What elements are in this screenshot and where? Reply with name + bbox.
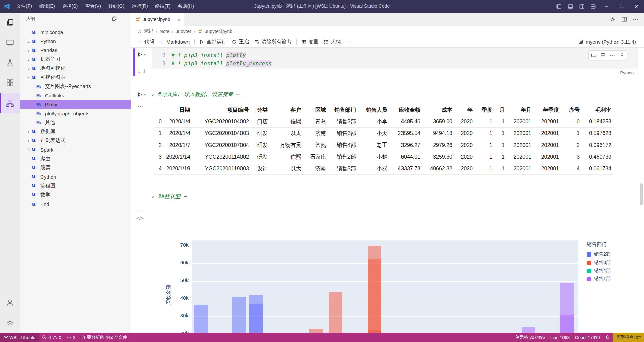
outline-button[interactable]: 大纲 (321, 38, 343, 46)
vscode-logo-icon[interactable] (4, 3, 10, 9)
breadcrumb-item[interactable]: 笔记 (144, 28, 153, 34)
clear-all-outputs-button[interactable]: 清除所有输出 (252, 38, 294, 46)
outline-item[interactable]: M↓plotly.graph_objects (20, 109, 131, 118)
menu-item[interactable]: 编辑(E) (36, 0, 59, 13)
breadcrumb-item[interactable]: Jupyter.ipynb (205, 28, 233, 34)
notebook-editor: 2# ! pip3 install plotly 3# ! pip3 insta… (131, 48, 644, 333)
breadcrumb-item[interactable]: Note (160, 28, 170, 34)
more-actions-icon[interactable]: ⋯ (343, 38, 354, 46)
legend-item[interactable]: 销售1部 (587, 275, 611, 283)
chevron-down-icon[interactable]: › (26, 74, 31, 80)
outline-item[interactable]: M↓End (20, 199, 131, 209)
markdown-symbol-icon: M↓ (36, 102, 45, 107)
more-actions-icon[interactable]: ⋯ (633, 16, 639, 23)
toggle-panel-icon[interactable] (565, 0, 576, 13)
toggle-secondary-sidebar-icon[interactable] (576, 0, 587, 13)
ports-indicator[interactable]: 3 (64, 333, 78, 342)
scrollbar-thumb[interactable] (640, 183, 643, 205)
jupyter-notebook-view-icon[interactable] (0, 93, 20, 113)
tab-jupyter-ipynb[interactable]: Jupyter.ipynb × (131, 13, 184, 26)
outline-item[interactable]: M↓交互图表--Pyecharts (20, 82, 131, 91)
tab-close-icon[interactable]: × (177, 17, 180, 22)
chart-bar (249, 304, 263, 333)
chevron-right-icon[interactable]: › (25, 66, 32, 71)
outline-item[interactable]: M↓数学 (20, 190, 131, 199)
menu-item[interactable]: 运行(R) (128, 0, 151, 13)
menu-item[interactable]: 帮助(H) (174, 0, 197, 13)
chevron-right-icon[interactable]: › (25, 147, 32, 153)
outline-item[interactable]: ›M↓Pandas (20, 46, 131, 55)
add-code-cell-button[interactable]: 代码 (135, 38, 157, 46)
line-indicator[interactable]: Line 1093 (548, 333, 572, 342)
outline-item[interactable]: M↓miniconda (20, 27, 131, 37)
run-all-button[interactable]: 全部运行 (197, 38, 229, 46)
outline-item[interactable]: ›M↓地图可视化 (20, 64, 131, 73)
legend-item[interactable]: 销售4部 (587, 267, 611, 275)
settings-gear-icon[interactable] (0, 312, 20, 333)
outline-item[interactable]: M↓Cufflinks (20, 91, 131, 100)
analysis-indicator[interactable]: 要分析的 442 个文件 (78, 333, 130, 342)
markdown-symbol-icon: M↓ (36, 84, 45, 89)
add-markdown-cell-button[interactable]: Markdown (157, 38, 192, 46)
editor-settings-gear-icon[interactable] (610, 16, 616, 22)
extensions-icon[interactable] (0, 73, 20, 93)
outline-item[interactable]: ›M↓正则表达式 (20, 136, 131, 145)
chart-gridline (192, 263, 578, 264)
breadcrumb-item[interactable]: Jupyter (176, 28, 191, 34)
outline-item[interactable]: ›M↓Spark (20, 145, 131, 154)
titlebar: 文件(F)编辑(E)选择(S)查看(V)转到(G)运行(R)终端(T)帮助(H)… (0, 0, 644, 13)
remote-indicator[interactable]: >< WSL: Ubuntu (0, 333, 39, 342)
y-tick-label: 30k (165, 312, 189, 318)
legend-swatch (587, 277, 591, 281)
tab-bar: Jupyter.ipynb × ⋯ (131, 13, 644, 26)
menu-item[interactable]: 终端(T) (152, 0, 174, 13)
toggle-sidebar-icon[interactable] (553, 0, 565, 13)
chart-bar (368, 330, 381, 333)
open-editors-icon[interactable] (110, 15, 118, 23)
outline-item[interactable]: M↓股票 (20, 163, 131, 172)
menu-item[interactable]: 选择(S) (59, 0, 82, 13)
legend-label: 销售2部 (594, 251, 611, 258)
split-editor-icon[interactable] (621, 16, 627, 22)
restart-kernel-button[interactable]: 重启 (229, 38, 252, 46)
outline-item[interactable]: ›M↓可视化图表 (20, 73, 131, 82)
menu-item[interactable]: 转到(G) (105, 0, 128, 13)
outline-item-label: Python (40, 38, 56, 44)
outline-item[interactable]: M↓流程图 (20, 181, 131, 190)
outline-item[interactable]: M↓Cython (20, 172, 131, 181)
notifications-bell-icon[interactable] (603, 333, 613, 342)
test-flask-icon[interactable] (0, 53, 20, 73)
outline-item[interactable]: ›M↓数据库 (20, 127, 131, 136)
menu-item[interactable]: 文件(F) (13, 0, 36, 13)
menu-item[interactable]: 查看(V) (82, 0, 105, 13)
outline-item[interactable]: M↓爬虫 (20, 154, 131, 163)
accounts-icon[interactable] (0, 292, 20, 312)
kernel-picker[interactable]: myenv (Python 3.11.4) (578, 39, 641, 45)
legend-item[interactable]: 销售3部 (587, 259, 611, 267)
close-button[interactable] (629, 0, 644, 13)
count-indicator[interactable]: Count 17919 (572, 333, 602, 342)
outline-item[interactable]: ›M↓机器学习 (20, 55, 131, 64)
maximize-button[interactable] (614, 0, 629, 13)
variables-button[interactable]: 变量 (299, 38, 321, 46)
customize-layout-icon[interactable] (587, 0, 599, 13)
cell-position-indicator[interactable]: 单元格 327/496 (512, 333, 548, 342)
markdown-symbol-icon: M↓ (32, 57, 40, 62)
type-check-indicator[interactable]: 类型检查: off (613, 333, 644, 342)
legend-item[interactable]: 销售2部 (587, 250, 611, 259)
outline-item[interactable]: ›M↓Python (20, 37, 131, 46)
outline-item[interactable]: M↓Plotly (20, 100, 131, 109)
chevron-right-icon[interactable]: › (25, 138, 32, 144)
chevron-right-icon[interactable]: › (25, 39, 32, 44)
remote-explorer-icon[interactable] (0, 33, 20, 53)
notebook-toolbar: 代码 Markdown 全部运行 重启 清除所有输出 变量 大纲 ⋯ myenv… (131, 36, 644, 48)
outline-item[interactable]: M↓其他 (20, 118, 131, 127)
minimize-button[interactable] (599, 0, 614, 13)
problems-indicator[interactable]: 0 0 (39, 333, 64, 342)
chevron-right-icon[interactable]: › (25, 129, 32, 134)
more-actions-icon[interactable]: ⋯ (118, 15, 126, 23)
chevron-right-icon[interactable]: › (25, 48, 32, 53)
legend-title: 销售部门 (587, 241, 611, 248)
explorer-icon[interactable] (0, 13, 20, 33)
chevron-right-icon[interactable]: › (25, 57, 32, 62)
